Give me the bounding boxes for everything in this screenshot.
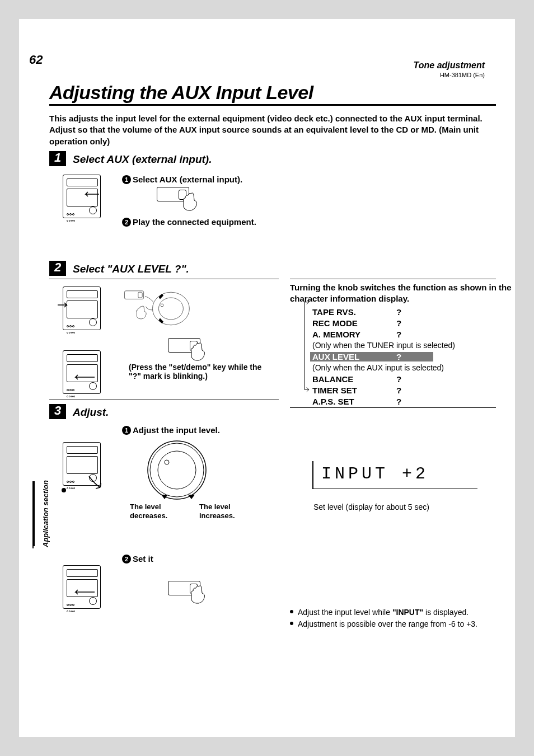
section-tab-label: Application section xyxy=(41,480,50,547)
func-name: REC MODE xyxy=(312,318,396,328)
step-1-sub-2: 2Play the connected equipment. xyxy=(122,217,256,227)
func-name: TIMER SET xyxy=(312,386,396,395)
num-circle-icon: 1 xyxy=(122,175,131,184)
func-row-highlight: AUX LEVEL? xyxy=(312,351,515,362)
func-q: ? xyxy=(396,374,413,384)
step-3-sub-1: 1Adjust the input level. xyxy=(122,425,220,435)
step-2-title: Select "AUX LEVEL ?". xyxy=(73,263,189,275)
svg-point-8 xyxy=(165,460,169,464)
knob-illustration xyxy=(123,287,191,337)
device-illustration xyxy=(63,442,101,486)
step-1-sub-1-text: Select AUX (external input). xyxy=(133,175,242,184)
func-row: TIMER SET? xyxy=(312,384,515,396)
step-3-title: Adjust. xyxy=(73,406,109,419)
func-name: BALANCE xyxy=(312,374,396,384)
lcd-display: INPUT +2 xyxy=(312,461,477,499)
note-text-bold: "INPUT" xyxy=(392,608,423,617)
level-increase-label: The level increases. xyxy=(199,503,250,520)
func-row: TAPE RVS.? xyxy=(312,306,515,317)
display-text: INPUT +2 xyxy=(321,464,429,483)
hand-icon xyxy=(187,584,209,604)
func-note-text: (Only when the TUNER input is selected) xyxy=(312,341,455,350)
step-1-sub-2-text: Play the connected equipment. xyxy=(133,217,256,227)
func-q: ? xyxy=(396,386,413,395)
step-1-sub-1: 1Select AUX (external input). xyxy=(122,175,242,185)
step-1-title: Select AUX (external input). xyxy=(73,153,212,166)
title-rule xyxy=(49,104,496,106)
func-rule-top xyxy=(290,279,496,279)
func-name: AUX LEVEL xyxy=(312,352,396,361)
func-row: A.P.S. SET? xyxy=(312,396,515,407)
step-3-sub-2-text: Set it xyxy=(133,554,153,564)
dial-illustration xyxy=(143,440,210,507)
func-q: ? xyxy=(396,318,413,328)
flow-arrows-icon xyxy=(298,299,311,394)
func-note: (Only when the TUNER input is selected) xyxy=(312,340,515,351)
func-row: BALANCE? xyxy=(312,373,515,384)
device-illustration xyxy=(63,175,101,218)
function-list: Turning the knob switches the function a… xyxy=(290,282,515,407)
step-3-rule xyxy=(49,400,279,400)
step-3-sub-2: 2Set it xyxy=(122,554,153,564)
func-name: A. MEMORY xyxy=(312,330,396,339)
device-illustration xyxy=(63,350,101,394)
func-q: ? xyxy=(396,307,413,317)
level-decrease-label: The level decreases. xyxy=(130,503,180,520)
page-title: Adjusting the AUX Input Level xyxy=(49,82,313,104)
model-code: HM-381MD (En) xyxy=(440,72,485,78)
col-divider xyxy=(281,262,282,631)
step-2-rule xyxy=(49,279,279,279)
func-q: ? xyxy=(396,352,413,361)
num-circle-icon: 2 xyxy=(122,555,131,564)
display-caption: Set level (display for about 5 sec) xyxy=(313,503,429,511)
svg-point-3 xyxy=(158,298,183,320)
note-text: Adjust the input level while xyxy=(298,608,392,617)
section-tab-line xyxy=(32,481,34,548)
dot-icon xyxy=(62,488,66,492)
func-note: (Only when the AUX input is selected) xyxy=(312,362,515,373)
func-name: A.P.S. SET xyxy=(312,397,396,406)
func-name: TAPE RVS. xyxy=(312,307,396,317)
hand-icon xyxy=(179,191,202,212)
func-row: REC MODE? xyxy=(312,317,515,328)
step-2-note: (Press the "set/demo" key while the "?" … xyxy=(129,363,274,381)
triangle-down-icon xyxy=(188,495,195,499)
note-item: Adjust the input level while "INPUT" is … xyxy=(290,607,514,618)
triangle-down-icon xyxy=(161,495,168,499)
num-circle-icon: 2 xyxy=(122,218,131,227)
step-3-sub-1-text: Adjust the input level. xyxy=(133,425,220,435)
func-rule-bottom xyxy=(290,407,496,408)
func-q: ? xyxy=(396,397,413,406)
page: 62 Tone adjustment HM-381MD (En) Adjusti… xyxy=(19,19,515,737)
svg-rect-1 xyxy=(138,292,142,298)
func-q: ? xyxy=(396,330,413,339)
step-3-badge: 3 xyxy=(49,404,66,419)
hand-icon xyxy=(187,341,209,361)
func-row: A. MEMORY? xyxy=(312,328,515,340)
svg-point-7 xyxy=(158,451,196,489)
step-1-badge: 1 xyxy=(49,151,66,166)
page-number: 62 xyxy=(29,53,43,67)
note-text: is displayed. xyxy=(423,608,469,617)
step-2-badge: 2 xyxy=(49,261,66,276)
function-table: TAPE RVS.? REC MODE? A. MEMORY? (Only wh… xyxy=(312,306,515,407)
num-circle-icon: 1 xyxy=(122,426,131,435)
func-note-text: (Only when the AUX input is selected) xyxy=(312,363,444,372)
note-item: Adjustment is possible over the range fr… xyxy=(290,618,514,630)
device-illustration xyxy=(63,565,101,609)
svg-point-4 xyxy=(161,304,163,307)
notes-list: Adjust the input level while "INPUT" is … xyxy=(290,607,514,630)
function-list-heading: Turning the knob switches the function a… xyxy=(290,282,515,304)
intro-paragraph: This adjusts the input level for the ext… xyxy=(49,113,496,147)
device-illustration xyxy=(63,287,101,330)
tone-header: Tone adjustment xyxy=(414,60,485,71)
